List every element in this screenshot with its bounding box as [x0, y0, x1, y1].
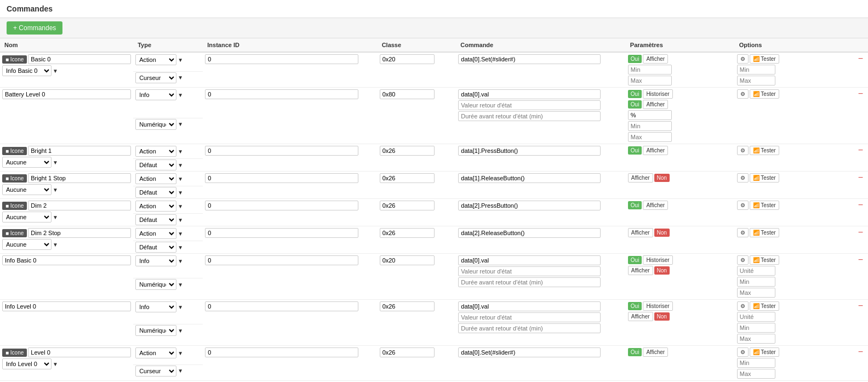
classe-input[interactable]	[380, 228, 435, 238]
nom-input[interactable]	[2, 301, 131, 311]
afficher-button[interactable]: Afficher	[643, 54, 668, 64]
instance-input[interactable]	[205, 347, 358, 357]
classe-input[interactable]	[380, 146, 435, 156]
remove-button[interactable]: −	[858, 228, 863, 237]
nom-input[interactable]	[2, 89, 131, 99]
classe-input[interactable]	[380, 201, 435, 210]
icon-button[interactable]: ■ Icone	[2, 174, 27, 183]
icon-button[interactable]: ■ Icone	[2, 349, 27, 357]
opt-min-input[interactable]	[737, 358, 775, 368]
type2-select[interactable]: Curseur	[135, 366, 176, 377]
afficher-button[interactable]: Afficher	[643, 146, 668, 155]
remove-button[interactable]: −	[858, 54, 863, 63]
commande-input[interactable]	[458, 347, 601, 357]
type-select[interactable]: Action	[135, 201, 176, 212]
nom-sub-select[interactable]: Aucune	[2, 239, 52, 250]
nom-input[interactable]	[28, 228, 131, 238]
oui-button2[interactable]: Oui	[628, 100, 642, 109]
tester-button[interactable]: 📶 Tester	[750, 201, 779, 210]
classe-input[interactable]	[380, 347, 435, 357]
classe-input[interactable]	[380, 301, 435, 311]
gear-button[interactable]: ⚙	[737, 255, 749, 265]
type-select[interactable]: Action	[135, 54, 176, 65]
icon-button[interactable]: ■ Icone	[2, 147, 27, 155]
type-select[interactable]: Info	[135, 89, 176, 100]
nom-sub-select[interactable]: Info Basic 0	[2, 65, 52, 76]
icon-button[interactable]: ■ Icone	[2, 202, 27, 210]
type2-select[interactable]: Défaut	[135, 187, 176, 198]
remove-button[interactable]: −	[858, 146, 863, 155]
instance-input[interactable]	[205, 89, 358, 99]
instance-input[interactable]	[205, 201, 358, 210]
non-button[interactable]: Non	[654, 229, 670, 237]
tester-button[interactable]: 📶 Tester	[750, 146, 779, 155]
commande-input[interactable]	[458, 301, 601, 311]
nom-input[interactable]	[28, 173, 131, 183]
type2-select[interactable]: Numérique	[135, 279, 176, 290]
gear-button[interactable]: ⚙	[737, 89, 749, 99]
type2-select[interactable]: Numérique	[135, 119, 176, 130]
duree-retour-input[interactable]	[458, 111, 601, 121]
gear-button[interactable]: ⚙	[737, 201, 749, 210]
historiser-button[interactable]: Historiser	[643, 255, 672, 265]
opt-unite-input[interactable]	[737, 312, 775, 322]
oui-button[interactable]: Oui	[628, 256, 642, 264]
type2-select[interactable]: Curseur	[135, 72, 176, 83]
commande-input[interactable]	[458, 146, 601, 156]
remove-button[interactable]: −	[858, 173, 863, 182]
opt-max-input[interactable]	[737, 76, 775, 85]
gear-button[interactable]: ⚙	[737, 146, 749, 155]
nom-input[interactable]	[2, 255, 131, 265]
opt-min-input[interactable]	[737, 323, 775, 333]
nom-input[interactable]	[28, 146, 131, 156]
afficher-button[interactable]: Afficher	[643, 100, 668, 109]
opt-unite-input[interactable]	[737, 266, 775, 276]
duree-retour-input[interactable]	[458, 277, 601, 287]
nom-sub-select[interactable]: Info Level 0	[2, 358, 52, 369]
nom-sub-select[interactable]: Aucune	[2, 157, 52, 168]
afficher-button[interactable]: Afficher	[628, 266, 653, 275]
afficher-button[interactable]: Afficher	[628, 312, 653, 321]
tester-button[interactable]: 📶 Tester	[750, 255, 779, 265]
remove-button[interactable]: −	[858, 255, 863, 264]
non-button[interactable]: Non	[654, 174, 670, 182]
valeur-retour-input[interactable]	[458, 100, 601, 110]
tester-button[interactable]: 📶 Tester	[750, 301, 779, 311]
oui-button[interactable]: Oui	[628, 302, 642, 310]
gear-button[interactable]: ⚙	[737, 54, 749, 64]
non-button[interactable]: Non	[654, 312, 670, 321]
classe-input[interactable]	[380, 89, 435, 99]
gear-button[interactable]: ⚙	[737, 228, 749, 237]
classe-input[interactable]	[380, 173, 435, 183]
commande-input[interactable]	[458, 173, 601, 183]
instance-input[interactable]	[205, 173, 358, 183]
commande-input[interactable]	[458, 228, 601, 238]
duree-retour-input[interactable]	[458, 323, 601, 333]
historiser-button[interactable]: Historiser	[643, 89, 672, 99]
instance-input[interactable]	[205, 146, 358, 156]
commande-input[interactable]	[458, 255, 601, 265]
gear-button[interactable]: ⚙	[737, 347, 749, 357]
classe-input[interactable]	[380, 255, 435, 265]
instance-input[interactable]	[205, 228, 358, 238]
non-button[interactable]: Non	[654, 266, 670, 275]
max-input[interactable]	[628, 76, 672, 85]
gear-button[interactable]: ⚙	[737, 173, 749, 183]
type-select[interactable]: Action	[135, 228, 176, 239]
valeur-retour-input[interactable]	[458, 312, 601, 322]
oui-button[interactable]: Oui	[628, 201, 642, 209]
opt-min-input[interactable]	[737, 65, 775, 75]
commande-input[interactable]	[458, 201, 601, 210]
unit-input[interactable]	[628, 110, 672, 120]
type-select[interactable]: Info	[135, 301, 176, 312]
type-select[interactable]: Action	[135, 146, 176, 157]
instance-input[interactable]	[205, 255, 358, 265]
type2-select[interactable]: Défaut	[135, 242, 176, 253]
oui-button[interactable]: Oui	[628, 348, 642, 356]
nom-input[interactable]	[28, 347, 131, 357]
oui-button[interactable]: Oui	[628, 90, 642, 98]
afficher-button[interactable]: Afficher	[628, 228, 653, 237]
type-select[interactable]: Info	[135, 255, 176, 266]
type-select[interactable]: Action	[135, 347, 176, 358]
remove-button[interactable]: −	[858, 301, 863, 310]
